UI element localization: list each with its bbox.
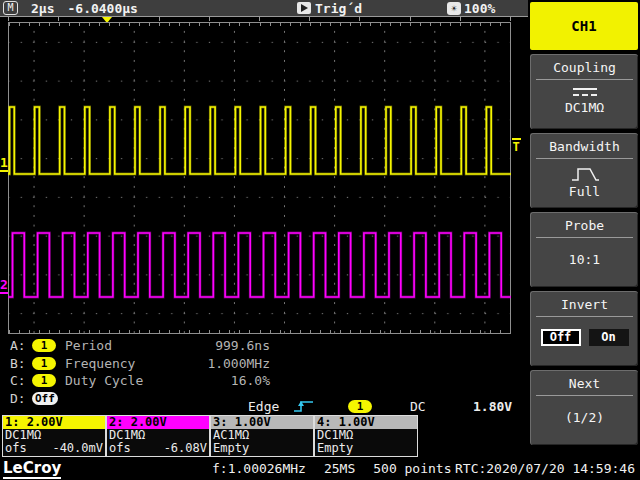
measurement-name: Frequency — [65, 356, 135, 371]
probe-value: 10:1 — [531, 252, 638, 267]
measurement-source-badge: 1 — [32, 357, 56, 370]
brightness-value: 100% — [464, 1, 495, 16]
measurement-slot: A: — [10, 338, 32, 353]
ch4-status: Empty — [317, 442, 353, 455]
trigger-type-label: Edge — [248, 399, 279, 414]
waveform-svg — [8, 22, 511, 334]
ch1-offset-label: ofs — [5, 442, 27, 455]
measurement-source-badge: 1 — [32, 339, 56, 352]
trigger-level-marker[interactable]: T — [511, 138, 521, 153]
next-title: Next — [531, 376, 638, 391]
invert-title: Invert — [531, 297, 638, 312]
real-time-clock: RTC:2020/07/20 14:59:46 — [455, 461, 635, 476]
rising-edge-icon — [293, 400, 315, 413]
bandwidth-button[interactable]: Bandwidth Full — [530, 133, 638, 208]
measurement-panel: A: 1 Period 999.6ns B: 1 Frequency 1.000… — [10, 337, 310, 407]
ch2-position-marker[interactable]: 2 — [0, 278, 8, 294]
record-length: 500 points — [373, 461, 451, 476]
lowpass-filter-icon — [569, 165, 601, 182]
bandwidth-value: Full — [569, 184, 600, 199]
ch1-offset-value: -40.0mV — [52, 442, 103, 455]
trigger-summary-bar: Edge 1 DC 1.80V — [0, 399, 528, 414]
measurement-value: 1.000MHz — [150, 356, 270, 371]
coupling-button[interactable]: Coupling DC1MΩ — [530, 54, 638, 129]
measurement-row: A: 1 Period 999.6ns — [10, 337, 310, 355]
soft-menu-panel: CH1 Coupling DC1MΩ Bandwidth Full Probe … — [528, 0, 640, 458]
trigger-status-icon — [297, 2, 311, 14]
measurement-value: 16.0% — [150, 373, 270, 388]
ch3-descriptor-box[interactable]: 3: 1.00V AC1MΩ Empty — [210, 415, 314, 457]
ch2-descriptor-box[interactable]: 2: 2.00V DC1MΩ ofs-6.08V — [106, 415, 210, 457]
next-page-indicator: (1/2) — [531, 410, 638, 425]
brightness-icon[interactable]: ☀ — [447, 2, 461, 15]
probe-title: Probe — [531, 218, 638, 233]
measurement-slot: C: — [10, 373, 32, 388]
measurement-source-badge: 1 — [32, 374, 56, 387]
ch1-descriptor-box[interactable]: 1: 2.00V DC1MΩ ofs-40.0mV — [2, 415, 106, 457]
trigger-coupling-label: DC — [410, 399, 426, 414]
ch3-status: Empty — [213, 442, 249, 455]
ch4-descriptor-box[interactable]: 4: 1.00V DC1MΩ Empty — [314, 415, 418, 457]
measurement-name: Duty Cycle — [65, 373, 143, 388]
channel-menu-title-button[interactable]: CH1 — [530, 2, 638, 50]
bandwidth-title: Bandwidth — [531, 139, 638, 154]
measurement-slot: B: — [10, 356, 32, 371]
ch2-offset-label: ofs — [109, 442, 131, 455]
measurement-row: B: 1 Frequency 1.000MHz — [10, 355, 310, 373]
invert-on-option[interactable]: On — [589, 329, 629, 346]
oscilloscope-screen: M 2µs-6.0400µs Trig´d ☀ 100% 1 2 T A: 1 … — [0, 0, 640, 480]
trigger-delay-value: -6.0400µs — [67, 1, 137, 16]
math-indicator-icon[interactable]: M — [3, 1, 18, 15]
sample-rate: 25MS — [324, 461, 355, 476]
timebase-readout: 2µs-6.0400µs — [31, 1, 151, 16]
timeline-ruler — [8, 17, 511, 21]
trigger-source-badge: 1 — [348, 400, 372, 413]
coupling-title: Coupling — [531, 60, 638, 75]
coupling-value: DC1MΩ — [565, 100, 604, 115]
invert-off-option[interactable]: Off — [541, 329, 581, 346]
trigger-level-value: 1.80V — [473, 399, 512, 414]
ch1-position-marker[interactable]: 1 — [0, 156, 8, 172]
measurement-name: Period — [65, 338, 112, 353]
counter-frequency: f:1.00026MHz — [212, 461, 306, 476]
ch2-offset-value: -6.08V — [164, 442, 207, 455]
next-page-button[interactable]: Next (1/2) — [530, 370, 638, 445]
status-bar: LeCroy f:1.00026MHz25MS500 points RTC:20… — [0, 458, 640, 480]
measurement-value: 999.6ns — [150, 338, 270, 353]
dc-coupling-icon — [572, 86, 598, 98]
acquisition-readout: f:1.00026MHz25MS500 points — [212, 461, 470, 476]
measurement-row: C: 1 Duty Cycle 16.0% — [10, 372, 310, 390]
trigger-status-text: Trig´d — [315, 1, 362, 16]
brand-logo: LeCroy — [3, 459, 61, 479]
invert-button[interactable]: Invert Off On — [530, 291, 638, 366]
probe-button[interactable]: Probe 10:1 — [530, 212, 638, 287]
timebase-value: 2µs — [31, 1, 54, 16]
top-bar: M 2µs-6.0400µs Trig´d ☀ 100% — [0, 0, 528, 17]
